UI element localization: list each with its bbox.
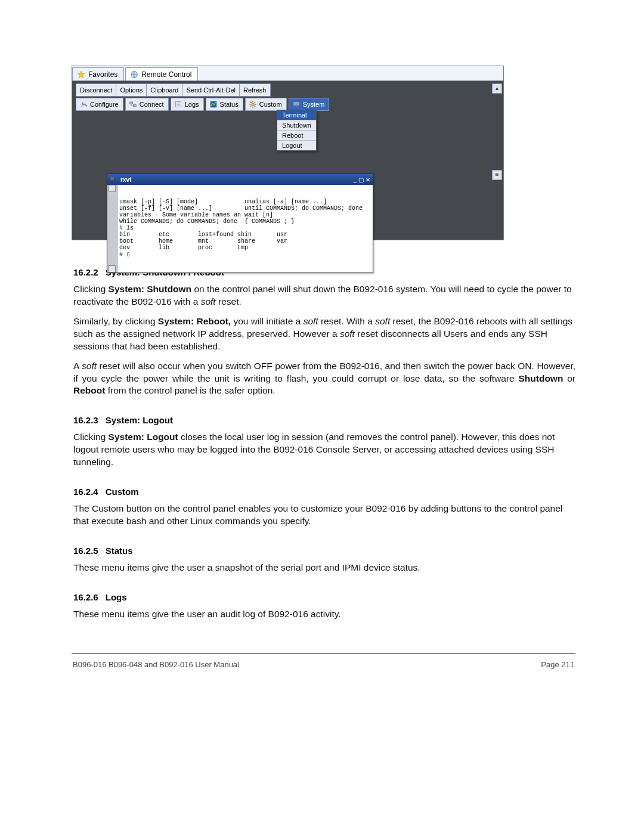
tab-remote-control-label: Remote Control [141,70,191,79]
scrollbar-up-icon[interactable]: ▴ [492,83,502,94]
svg-line-17 [254,102,255,103]
terminal-window: ✕ rxvt _ ▢ ✕ umask [-p] [-S] [mode] unal… [107,174,373,273]
chart-icon [209,100,218,109]
svg-line-16 [250,106,252,107]
globe-icon [130,70,138,79]
status-button[interactable]: Status [206,98,243,110]
screenshot-figure: Favorites Remote Control ▴ ≡ Disconnect … [72,66,575,240]
paragraph: These menu items give the user a snapsho… [73,562,575,574]
paragraph: A soft reset will also occur when you sw… [73,360,575,398]
configure-button[interactable]: Configure [76,98,123,110]
paragraph: The Custom button on the control panel e… [73,503,575,528]
document-page: Favorites Remote Control ▴ ≡ Disconnect … [0,0,644,705]
options-button[interactable]: Options [116,84,147,96]
heading-16-2-4: 16.2.4Custom [73,487,575,497]
terminal-icon: ✕ [110,175,118,184]
svg-point-9 [251,103,254,106]
footer-right: Page 211 [541,660,574,669]
disconnect-button[interactable]: Disconnect [76,84,116,96]
heading-16-2-3: 16.2.3System: Logout [73,415,575,425]
list-icon [174,100,182,109]
tab-remote-control[interactable]: Remote Control [125,67,198,80]
monitor-icon [292,100,301,109]
terminal-output[interactable]: umask [-p] [-S] [mode] unalias [-a] [nam… [107,185,373,272]
toolbar-secondary: Configure Connect Logs [76,98,500,111]
terminal-titlebar: ✕ rxvt _ ▢ ✕ [107,174,373,185]
paragraph: Similarly, by clicking System: Reboot, y… [73,315,575,353]
star-icon [77,70,85,79]
toolbar-primary: Disconnect Options Clipboard Send Ctrl-A… [76,83,271,97]
menu-shutdown[interactable]: Shutdown [277,120,316,131]
send-ctrl-alt-del-button[interactable]: Send Ctrl-Alt-Del [182,84,240,96]
svg-marker-0 [78,71,85,78]
minimize-icon[interactable]: _ [353,176,357,183]
app-window: Favorites Remote Control ▴ ≡ Disconnect … [72,66,504,240]
window-tabs: Favorites Remote Control [72,66,503,81]
tools-icon [79,100,88,109]
svg-rect-18 [293,101,299,106]
heading-16-2-5: 16.2.5Status [73,546,575,556]
terminal-title: rxvt [120,176,131,183]
tab-favorites[interactable]: Favorites [72,67,124,80]
page-footer: B096-016 B096-048 and B092-016 User Manu… [72,660,575,669]
close-icon[interactable]: ✕ [366,176,370,183]
maximize-icon[interactable]: ▢ [358,176,364,183]
footer-rule [72,654,575,654]
menu-terminal[interactable]: Terminal [277,110,316,120]
system-button[interactable]: System [289,98,329,110]
svg-rect-3 [133,105,136,107]
connect-button[interactable]: Connect [126,98,168,110]
clipboard-button[interactable]: Clipboard [147,84,182,96]
footer-left: B096-016 B096-048 and B092-016 User Manu… [73,660,239,669]
svg-rect-2 [129,102,132,104]
menu-logout[interactable]: Logout [277,141,316,150]
terminal-scrollbar[interactable] [107,185,117,272]
logs-button[interactable]: Logs [171,98,203,110]
remote-viewer: ▴ ≡ Disconnect Options Clipboard Send Ct… [72,81,503,240]
paragraph: Clicking System: Logout closes the local… [73,431,575,469]
svg-line-15 [254,106,255,107]
system-dropdown: Terminal Shutdown Reboot Logout [277,110,317,151]
menu-reboot[interactable]: Reboot [277,131,316,141]
refresh-button[interactable]: Refresh [240,84,270,96]
scrollbar-handle-icon[interactable]: ≡ [492,170,502,180]
tab-favorites-label: Favorites [88,70,117,79]
heading-16-2-6: 16.2.6Logs [73,592,575,602]
gear-icon [249,100,257,109]
svg-line-14 [250,102,252,103]
svg-rect-19 [295,106,298,107]
connect-icon [129,100,137,109]
paragraph: Clicking System: Shutdown on the control… [73,283,575,308]
paragraph: These menu items give the user an audit … [73,608,575,621]
custom-button[interactable]: Custom [246,98,286,110]
